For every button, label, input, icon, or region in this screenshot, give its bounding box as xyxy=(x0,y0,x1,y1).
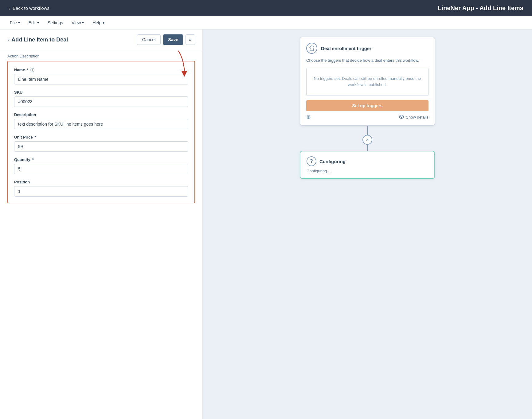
panel-title-row: ‹ Add Line Item to Deal xyxy=(7,37,68,43)
unit-price-input[interactable] xyxy=(14,141,188,152)
form-group-name: Name * i xyxy=(14,68,188,84)
menu-help-chevron: ▾ xyxy=(103,21,104,25)
connector-x-button[interactable]: × xyxy=(362,135,372,145)
form-group-unit-price: Unit Price * xyxy=(14,135,188,152)
config-text: Configuring... xyxy=(307,169,428,173)
svg-point-0 xyxy=(399,115,404,118)
description-label: Description xyxy=(14,112,188,117)
app-title: LineNer App - Add Line Items xyxy=(438,5,523,12)
config-icon: ? xyxy=(307,156,316,166)
panel-header: ‹ Add Line Item to Deal Cancel Save » xyxy=(0,29,202,50)
connector-line-bottom xyxy=(367,145,368,151)
form-group-description: Description xyxy=(14,112,188,129)
trash-icon[interactable]: 🗑 xyxy=(306,114,311,120)
trigger-icon xyxy=(306,43,317,54)
menu-file[interactable]: File ▾ xyxy=(6,18,24,27)
show-details-link[interactable]: Show details xyxy=(399,115,428,119)
save-button[interactable]: Save xyxy=(163,34,183,45)
description-label-text: Description xyxy=(14,112,36,117)
menu-edit-chevron: ▾ xyxy=(37,21,39,25)
config-title: Configuring xyxy=(319,159,346,164)
left-panel: ‹ Add Line Item to Deal Cancel Save » Ac… xyxy=(0,29,203,419)
name-label-text: Name xyxy=(14,68,25,72)
form-section: Name * i SKU Description xyxy=(7,61,195,203)
menu-file-label: File xyxy=(10,20,17,25)
sku-input[interactable] xyxy=(14,96,188,107)
show-details-label: Show details xyxy=(406,115,428,119)
menu-settings[interactable]: Settings xyxy=(44,18,67,27)
menu-view-chevron: ▾ xyxy=(82,21,84,25)
panel-actions: Cancel Save » xyxy=(137,34,195,45)
description-input[interactable] xyxy=(14,119,188,129)
menu-help[interactable]: Help ▾ xyxy=(89,18,108,27)
menu-settings-label: Settings xyxy=(48,20,63,25)
action-description-label: Action Description xyxy=(0,50,202,61)
quantity-label: Quantity * xyxy=(14,157,188,162)
right-panel: Deal enrollment trigger Choose the trigg… xyxy=(203,29,532,419)
svg-point-1 xyxy=(401,116,402,117)
trigger-card-title: Deal enrollment trigger xyxy=(321,46,371,51)
connector-line-top xyxy=(367,126,368,135)
panel-back-arrow[interactable]: ‹ xyxy=(7,37,9,42)
trigger-card: Deal enrollment trigger Choose the trigg… xyxy=(300,37,435,126)
trigger-card-footer: 🗑 Show details xyxy=(306,114,428,120)
no-triggers-box: No triggers set. Deals can still be enro… xyxy=(306,68,428,96)
name-required: * xyxy=(27,68,28,72)
back-chevron-icon: ‹ xyxy=(9,6,10,11)
name-info-icon[interactable]: i xyxy=(30,68,34,72)
set-up-triggers-button[interactable]: Set up triggers xyxy=(306,100,428,111)
eye-icon xyxy=(399,115,404,119)
trigger-card-description: Choose the triggers that decide how a de… xyxy=(306,57,428,64)
quantity-input[interactable] xyxy=(14,164,188,174)
configuring-card: ? Configuring Configuring... xyxy=(300,151,435,179)
unit-price-label-text: Unit Price xyxy=(14,135,33,139)
trigger-card-header: Deal enrollment trigger xyxy=(306,43,428,54)
sku-label: SKU xyxy=(14,90,188,95)
configuring-header: ? Configuring xyxy=(307,156,428,166)
back-label: Back to workflows xyxy=(13,6,49,11)
menu-view-label: View xyxy=(72,20,81,25)
quantity-required: * xyxy=(32,157,34,162)
quantity-label-text: Quantity xyxy=(14,157,30,162)
sku-label-text: SKU xyxy=(14,90,22,95)
menu-file-chevron: ▾ xyxy=(18,21,20,25)
panel-title: Add Line Item to Deal xyxy=(11,37,68,43)
back-to-workflows-link[interactable]: ‹ Back to workflows xyxy=(9,6,49,11)
main-layout: ‹ Add Line Item to Deal Cancel Save » Ac… xyxy=(0,29,532,419)
form-group-position: Position xyxy=(14,180,188,197)
cancel-button[interactable]: Cancel xyxy=(137,34,161,45)
menu-edit-label: Edit xyxy=(29,20,36,25)
form-group-quantity: Quantity * xyxy=(14,157,188,174)
menu-bar: File ▾ Edit ▾ Settings View ▾ Help ▾ xyxy=(0,16,532,29)
menu-edit[interactable]: Edit ▾ xyxy=(25,18,43,27)
unit-price-label: Unit Price * xyxy=(14,135,188,139)
form-group-sku: SKU xyxy=(14,90,188,107)
position-input[interactable] xyxy=(14,186,188,197)
unit-price-required: * xyxy=(35,135,36,139)
name-label: Name * i xyxy=(14,68,188,72)
menu-help-label: Help xyxy=(92,20,101,25)
name-input[interactable] xyxy=(14,74,188,84)
menu-view[interactable]: View ▾ xyxy=(68,18,88,27)
connector: × xyxy=(362,126,372,151)
expand-button[interactable]: » xyxy=(186,34,195,45)
position-label-text: Position xyxy=(14,180,30,184)
x-icon: × xyxy=(366,137,369,142)
position-label: Position xyxy=(14,180,188,184)
top-header: ‹ Back to workflows LineNer App - Add Li… xyxy=(0,0,532,16)
